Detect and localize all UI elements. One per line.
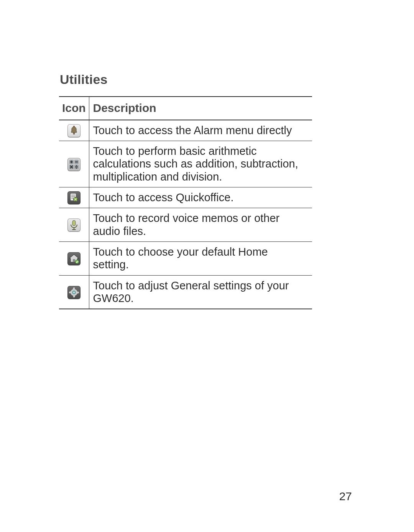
quickoffice-icon [67, 191, 80, 204]
svg-rect-23 [74, 228, 74, 229]
description-cell: Touch to access Quickoffice. [89, 187, 312, 208]
table-row: Touch to access the Alarm menu directly [59, 120, 312, 141]
alarm-icon [67, 124, 80, 137]
svg-point-37 [73, 291, 75, 293]
settings-icon [67, 286, 80, 299]
table-header-description: Description [89, 97, 312, 120]
section-title-utilities: Utilities [60, 72, 355, 87]
svg-rect-9 [75, 166, 78, 167]
icon-cell [59, 241, 89, 275]
svg-rect-17 [75, 197, 76, 198]
icon-cell [59, 275, 89, 309]
svg-rect-14 [71, 196, 75, 197]
manual-page: Utilities Icon Description Touch to acc [0, 0, 414, 532]
table-header-row: Icon Description [59, 97, 312, 120]
description-cell: Touch to access the Alarm menu directly [89, 120, 312, 141]
description-cell: Touch to perform basic arithmetic calcul… [89, 141, 312, 187]
page-number: 27 [339, 490, 352, 503]
svg-rect-22 [72, 220, 76, 226]
table-header-icon: Icon [59, 97, 89, 120]
svg-rect-18 [75, 201, 76, 202]
svg-rect-7 [70, 161, 73, 162]
table-row: Touch to access Quickoffice. [59, 187, 312, 208]
table-row: Touch to record voice memos or other aud… [59, 208, 312, 242]
voice-memo-icon [67, 218, 80, 232]
home-default-icon [67, 252, 80, 265]
svg-point-0 [73, 133, 75, 134]
table-row: Touch to perform basic arithmetic calcul… [59, 141, 312, 187]
icon-cell [59, 141, 89, 187]
svg-point-11 [76, 167, 77, 168]
svg-rect-19 [73, 199, 74, 200]
svg-rect-8 [75, 161, 78, 162]
description-cell: Touch to choose your default Home settin… [89, 241, 312, 275]
svg-rect-13 [71, 195, 75, 195]
icon-cell [59, 208, 89, 242]
table-row: Touch to adjust General settings of your… [59, 275, 312, 309]
svg-rect-25 [73, 259, 75, 262]
svg-point-21 [75, 199, 76, 200]
icon-cell [59, 187, 89, 208]
svg-rect-15 [71, 198, 74, 199]
svg-rect-1 [73, 126, 74, 127]
description-cell: Touch to adjust General settings of your… [89, 275, 312, 309]
svg-rect-24 [72, 229, 76, 230]
svg-point-10 [76, 165, 77, 166]
table-row: Touch to choose your default Home settin… [59, 241, 312, 275]
utilities-table: Icon Description Touch to access the Ala… [59, 96, 312, 309]
svg-rect-20 [77, 199, 77, 200]
icon-cell [59, 120, 89, 141]
calculator-icon [67, 158, 80, 171]
description-cell: Touch to record voice memos or other aud… [89, 208, 312, 242]
